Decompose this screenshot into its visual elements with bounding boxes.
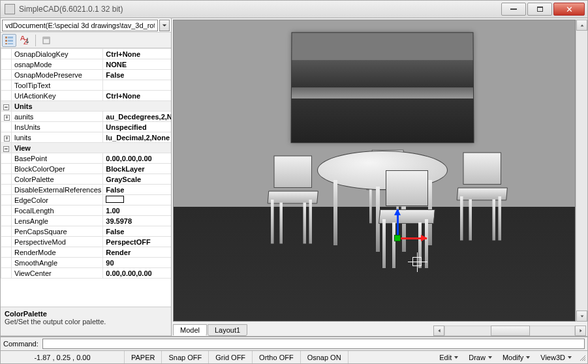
property-row[interactable]: ColorPaletteGrayScale xyxy=(1,174,172,185)
property-row[interactable]: osnapModeNONE xyxy=(1,59,172,70)
categorized-view-button[interactable] xyxy=(2,34,16,47)
property-value[interactable]: 0.00,0.00,0.00 xyxy=(103,153,171,164)
status-grid-toggle[interactable]: Grid OFF xyxy=(209,351,253,363)
property-value[interactable]: False xyxy=(103,70,171,80)
alphabetical-view-button[interactable]: AZ xyxy=(18,34,32,47)
menu-edit[interactable]: Edit xyxy=(434,354,463,361)
property-value[interactable]: 39.5978 xyxy=(103,216,171,226)
property-row[interactable]: PerspectiveModPerspectOFF xyxy=(1,237,172,247)
property-row[interactable]: InsUnitsUnspecified xyxy=(1,122,172,132)
property-value[interactable]: 0.00,0.00,0.00 xyxy=(103,268,171,279)
collapse-icon[interactable]: − xyxy=(3,104,9,110)
titlebar[interactable]: SimpleCAD(6.6021.0.1 32 bit) ✕ xyxy=(0,0,588,18)
property-row[interactable]: BlockColorOperBlockLayer xyxy=(1,164,172,174)
property-row[interactable]: OsnapModePreserveFalse xyxy=(1,70,172,80)
property-name: lunits xyxy=(12,132,103,143)
menu-draw[interactable]: Draw xyxy=(463,354,497,361)
property-value[interactable]: Render xyxy=(103,247,171,258)
property-name: OsnapModePreserve xyxy=(12,70,103,80)
property-value[interactable]: GrayScale xyxy=(103,174,171,185)
property-toolbar: AZ xyxy=(1,33,171,48)
chair-left xyxy=(268,156,321,244)
property-name: PenCapsSquare xyxy=(12,226,103,237)
property-name: BasePoint xyxy=(12,153,103,164)
property-name: osnapMode xyxy=(12,59,103,70)
property-value[interactable]: PerspectOFF xyxy=(103,237,171,247)
status-osnap-toggle[interactable]: Osnap ON xyxy=(301,351,348,363)
scroll-thumb[interactable] xyxy=(491,326,530,336)
expand-icon[interactable]: + xyxy=(4,115,10,121)
property-row[interactable]: +aunitsau_Decdegrees,2,None xyxy=(1,112,172,122)
category-name: Units xyxy=(12,101,172,112)
property-value[interactable]: au_Decdegrees,2,None xyxy=(103,112,171,122)
property-name: RenderMode xyxy=(12,247,103,258)
property-row[interactable]: ViewCenter0.00,0.00,0.00 xyxy=(1,268,172,279)
minimize-button[interactable] xyxy=(501,3,526,16)
property-name: OsnapDialogKey xyxy=(12,49,103,59)
property-row[interactable]: FocalLength1.00 xyxy=(1,205,172,216)
property-value[interactable]: NONE xyxy=(103,59,171,70)
property-name: SmoothAngle xyxy=(12,258,103,268)
property-value[interactable]: BlockLayer xyxy=(103,164,171,174)
horizontal-scrollbar[interactable] xyxy=(248,326,587,336)
command-input[interactable] xyxy=(42,339,585,349)
document-selector[interactable] xyxy=(2,20,158,31)
app-icon xyxy=(5,4,15,14)
collapse-icon[interactable]: − xyxy=(3,146,9,152)
property-pages-button[interactable] xyxy=(39,34,54,47)
svg-rect-3 xyxy=(8,40,13,42)
scroll-left-button[interactable] xyxy=(433,326,444,336)
property-name: ViewCenter xyxy=(12,268,103,279)
property-value[interactable]: lu_Decimal,2,None xyxy=(103,132,171,143)
menu-view3d[interactable]: View3D xyxy=(535,354,577,361)
property-row[interactable]: OsnapDialogKeyCtrl+None xyxy=(1,49,172,59)
description-text: Get/Set the output color palette. xyxy=(5,318,167,326)
tab-model[interactable]: Model xyxy=(173,324,207,336)
property-grid[interactable]: OsnapDialogKeyCtrl+NoneosnapModeNONEOsna… xyxy=(1,48,171,307)
property-row[interactable]: EdgeColor xyxy=(1,195,172,205)
scroll-up-button[interactable] xyxy=(576,20,587,31)
property-category[interactable]: −View xyxy=(1,143,172,153)
vertical-scrollbar[interactable] xyxy=(576,20,587,322)
property-name: ColorPalette xyxy=(12,174,103,185)
property-value[interactable]: False xyxy=(103,185,171,195)
property-row[interactable]: UrlActionKeyCtrl+None xyxy=(1,91,172,101)
svg-rect-2 xyxy=(5,40,7,42)
property-row[interactable]: DisableExternalReferencesFalse xyxy=(1,185,172,195)
property-category[interactable]: −Units xyxy=(1,101,172,112)
crosshair-cursor-icon xyxy=(412,257,422,266)
property-description: ColorPalette Get/Set the output color pa… xyxy=(1,307,171,336)
menu-modify[interactable]: Modify xyxy=(497,354,535,361)
property-value[interactable]: 90 xyxy=(103,258,171,268)
tab-layout1[interactable]: Layout1 xyxy=(208,324,247,336)
color-swatch[interactable] xyxy=(106,196,124,203)
property-value[interactable] xyxy=(103,80,171,91)
property-row[interactable]: SmoothAngle90 xyxy=(1,258,172,268)
status-snap-toggle[interactable]: Snap OFF xyxy=(162,351,209,363)
property-row[interactable]: BasePoint0.00,0.00,0.00 xyxy=(1,153,172,164)
property-row[interactable]: LensAngle39.5978 xyxy=(1,216,172,226)
document-dropdown-button[interactable] xyxy=(159,20,170,31)
close-button[interactable]: ✕ xyxy=(553,3,585,16)
property-row[interactable]: PenCapsSquareFalse xyxy=(1,226,172,237)
scroll-track[interactable] xyxy=(576,31,587,311)
resize-grip-icon[interactable] xyxy=(577,352,587,363)
viewport-canvas[interactable] xyxy=(173,20,576,322)
scroll-down-button[interactable] xyxy=(576,311,587,322)
property-value[interactable]: Ctrl+None xyxy=(103,91,171,101)
expand-icon[interactable]: + xyxy=(4,136,10,142)
scroll-right-button[interactable] xyxy=(575,326,586,336)
property-row[interactable]: ToolTipText xyxy=(1,80,172,91)
property-value[interactable]: 1.00 xyxy=(103,205,171,216)
property-value[interactable] xyxy=(103,195,171,205)
property-row[interactable]: RenderModeRender xyxy=(1,247,172,258)
description-title: ColorPalette xyxy=(5,310,167,318)
wall-picture xyxy=(290,32,474,143)
property-value[interactable]: False xyxy=(103,226,171,237)
status-ortho-toggle[interactable]: Ortho OFF xyxy=(253,351,301,363)
property-value[interactable]: Unspecified xyxy=(103,122,171,132)
maximize-button[interactable] xyxy=(527,3,552,16)
property-row[interactable]: +lunitslu_Decimal,2,None xyxy=(1,132,172,143)
status-paper-toggle[interactable]: PAPER xyxy=(125,351,162,363)
property-value[interactable]: Ctrl+None xyxy=(103,49,171,59)
